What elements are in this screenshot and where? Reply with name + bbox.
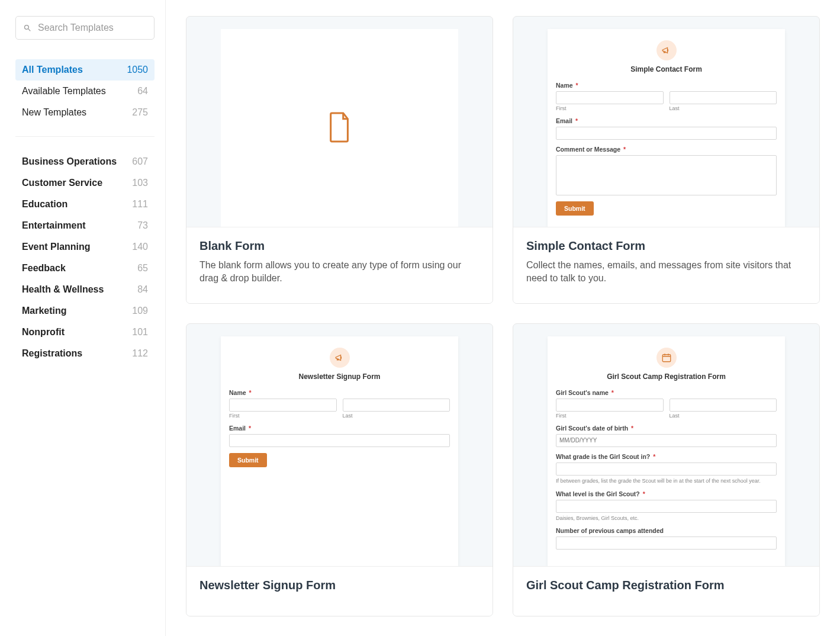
template-card-blank-form[interactable]: Blank Form The blank form allows you to … xyxy=(186,16,493,304)
form-label-name: Name * xyxy=(229,389,450,396)
card-title: Simple Contact Form xyxy=(526,239,806,253)
category-customer-service[interactable]: Customer Service 103 xyxy=(15,172,155,194)
form-label-camps: Number of previous camps attended xyxy=(556,527,777,534)
submit-button: Submit xyxy=(556,201,594,216)
card-preview: Girl Scout Camp Registration Form Girl S… xyxy=(513,324,819,567)
category-health-wellness[interactable]: Health & Wellness 84 xyxy=(15,279,155,300)
filter-count: 275 xyxy=(132,107,148,118)
input-first-name xyxy=(229,399,337,412)
form-label-dob: Girl Scout's date of birth * xyxy=(556,425,777,432)
filter-label: New Templates xyxy=(22,107,86,118)
form-label-grade: What grade is the Girl Scout in? * xyxy=(556,453,777,460)
category-count: 109 xyxy=(132,306,148,316)
megaphone-icon xyxy=(656,40,677,60)
card-preview: Newsletter Signup Form Name * First Last… xyxy=(186,324,493,567)
input-email xyxy=(556,127,777,140)
form-preview: Simple Contact Form Name * First Last Em… xyxy=(548,29,785,227)
svg-rect-0 xyxy=(662,355,671,362)
sidebar: All Templates 1050 Available Templates 6… xyxy=(0,0,166,636)
sublabel-last: Last xyxy=(670,105,777,111)
filter-count: 64 xyxy=(137,86,148,97)
category-label: Event Planning xyxy=(22,242,91,252)
search-input[interactable] xyxy=(38,23,147,33)
form-title: Girl Scout Camp Registration Form xyxy=(556,372,777,381)
sublabel-last: Last xyxy=(343,413,450,419)
form-label-email: Email * xyxy=(556,117,777,124)
category-count: 607 xyxy=(132,156,148,167)
template-card-newsletter-signup-form[interactable]: Newsletter Signup Form Name * First Last… xyxy=(186,323,493,617)
form-preview: Newsletter Signup Form Name * First Last… xyxy=(221,336,458,567)
blank-preview xyxy=(221,29,458,227)
card-title: Blank Form xyxy=(199,239,479,253)
category-business-operations[interactable]: Business Operations 607 xyxy=(15,151,155,172)
file-icon xyxy=(326,110,353,146)
input-last-name xyxy=(670,399,777,412)
category-count: 103 xyxy=(132,178,148,188)
form-label-email: Email * xyxy=(229,425,450,432)
sublabel-first: First xyxy=(229,413,337,419)
form-label-comment: Comment or Message * xyxy=(556,146,777,153)
filter-new-templates[interactable]: New Templates 275 xyxy=(15,102,155,123)
category-label: Education xyxy=(22,199,67,210)
filter-all-templates[interactable]: All Templates 1050 xyxy=(15,59,155,81)
category-registrations[interactable]: Registrations 112 xyxy=(15,343,155,364)
input-camps xyxy=(556,537,777,550)
card-preview xyxy=(186,17,493,227)
card-body: Blank Form The blank form allows you to … xyxy=(186,227,493,303)
category-label: Feedback xyxy=(22,263,66,274)
category-education[interactable]: Education 111 xyxy=(15,194,155,215)
card-preview: Simple Contact Form Name * First Last Em… xyxy=(513,17,819,227)
sublabel-first: First xyxy=(556,413,664,419)
form-label-name: Girl Scout's name * xyxy=(556,389,777,396)
category-label: Registrations xyxy=(22,348,82,359)
category-label: Entertainment xyxy=(22,220,86,231)
category-count: 140 xyxy=(132,242,148,252)
category-count: 111 xyxy=(132,199,148,210)
category-label: Nonprofit xyxy=(22,327,65,338)
category-label: Business Operations xyxy=(22,156,117,167)
category-list: Business Operations 607 Customer Service… xyxy=(15,151,155,364)
input-first-name xyxy=(556,399,664,412)
card-description: The blank form allows you to create any … xyxy=(199,259,479,285)
input-email xyxy=(229,434,450,447)
search-box[interactable] xyxy=(15,16,155,40)
filter-list: All Templates 1050 Available Templates 6… xyxy=(15,59,155,123)
category-count: 65 xyxy=(137,263,148,274)
card-title: Girl Scout Camp Registration Form xyxy=(526,579,806,592)
category-marketing[interactable]: Marketing 109 xyxy=(15,300,155,322)
form-title: Newsletter Signup Form xyxy=(229,372,450,381)
card-body: Newsletter Signup Form xyxy=(186,566,493,616)
category-count: 84 xyxy=(137,284,148,295)
category-count: 73 xyxy=(137,220,148,231)
card-description: Collect the names, emails, and messages … xyxy=(526,259,806,285)
form-preview: Girl Scout Camp Registration Form Girl S… xyxy=(548,336,785,567)
category-count: 112 xyxy=(132,348,148,359)
input-last-name xyxy=(670,91,777,104)
category-entertainment[interactable]: Entertainment 73 xyxy=(15,215,155,236)
hint-grade: If between grades, list the grade the Sc… xyxy=(556,478,777,484)
category-feedback[interactable]: Feedback 65 xyxy=(15,258,155,279)
hint-level: Daisies, Brownies, Girl Scouts, etc. xyxy=(556,515,777,522)
filter-available-templates[interactable]: Available Templates 64 xyxy=(15,81,155,102)
form-title: Simple Contact Form xyxy=(556,65,777,73)
category-label: Customer Service xyxy=(22,178,102,188)
card-body: Simple Contact Form Collect the names, e… xyxy=(513,227,819,303)
filter-label: Available Templates xyxy=(22,86,106,97)
sublabel-first: First xyxy=(556,105,664,111)
submit-button: Submit xyxy=(229,453,267,467)
template-card-simple-contact-form[interactable]: Simple Contact Form Name * First Last Em… xyxy=(513,16,820,304)
sublabel-last: Last xyxy=(670,413,777,419)
filter-count: 1050 xyxy=(127,65,148,75)
input-last-name xyxy=(343,399,450,412)
search-icon xyxy=(23,24,32,33)
filter-label: All Templates xyxy=(22,65,83,75)
category-nonprofit[interactable]: Nonprofit 101 xyxy=(15,322,155,343)
card-title: Newsletter Signup Form xyxy=(199,579,479,592)
form-label-name: Name * xyxy=(556,82,777,89)
category-label: Marketing xyxy=(22,306,67,316)
input-level xyxy=(556,500,777,513)
category-event-planning[interactable]: Event Planning 140 xyxy=(15,236,155,258)
input-comment xyxy=(556,155,777,195)
input-grade xyxy=(556,462,777,476)
template-card-girl-scout-camp-registration-form[interactable]: Girl Scout Camp Registration Form Girl S… xyxy=(513,323,820,617)
